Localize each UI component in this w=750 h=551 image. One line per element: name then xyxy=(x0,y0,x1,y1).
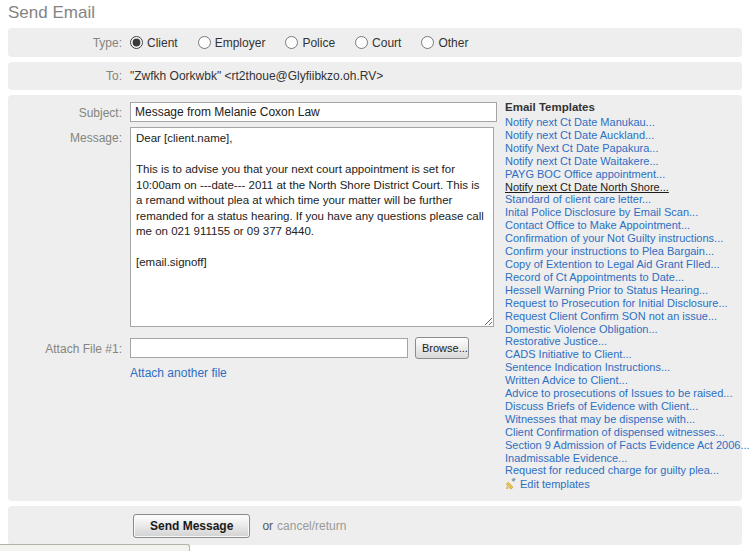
browse-button[interactable]: Browse... xyxy=(415,337,469,359)
email-template-link[interactable]: CADS Initiative to Client... xyxy=(505,348,742,361)
type-radio-input[interactable] xyxy=(285,36,298,49)
message-label: Message: xyxy=(8,131,122,145)
email-template-link[interactable]: Witnesses that may be dispense with... xyxy=(505,413,742,426)
send-message-button[interactable]: Send Message xyxy=(133,514,250,538)
to-label: To: xyxy=(8,69,122,83)
type-radio-label: Employer xyxy=(215,36,266,50)
email-template-link[interactable]: Discuss Briefs of Evidence with Client..… xyxy=(505,400,742,413)
main-panel: Subject: Message: Dear [client.name], Th… xyxy=(8,95,742,501)
email-template-link[interactable]: Contact Office to Make Appointment... xyxy=(505,219,742,232)
email-template-link[interactable]: Section 9 Admission of Facts Evidence Ac… xyxy=(505,439,742,452)
cancel-return-link[interactable]: cancel/return xyxy=(277,519,346,533)
email-template-link[interactable]: Notify next Ct Date North Shore... xyxy=(505,181,742,194)
email-templates-panel: Email Templates Notify next Ct Date Manu… xyxy=(505,101,742,490)
subject-label: Subject: xyxy=(8,106,122,120)
email-template-link[interactable]: Standard of client care letter... xyxy=(505,193,742,206)
email-template-link[interactable]: Domestic Violence Obligation... xyxy=(505,323,742,336)
email-template-link[interactable]: Notify next Ct Date Waitakere... xyxy=(505,155,742,168)
email-template-link[interactable]: Notify Next Ct Date Papakura... xyxy=(505,142,742,155)
message-textarea[interactable]: Dear [client.name], This is to advise yo… xyxy=(130,127,494,327)
type-radio-input[interactable] xyxy=(130,36,143,49)
to-value: "Zwfkh Oorkwbk" <rt2thoue@Glyfiibkzo.oh.… xyxy=(130,69,383,83)
status-tooltip-partial xyxy=(0,544,190,551)
email-templates-list: Notify next Ct Date Manukau... Notify ne… xyxy=(505,116,742,477)
footer-bar: Send Message or cancel/return xyxy=(8,506,742,545)
email-template-link[interactable]: Request to Prosecution for Initial Discl… xyxy=(505,297,742,310)
type-radio-label: Court xyxy=(372,36,401,50)
type-radio-option[interactable]: Police xyxy=(285,36,335,50)
email-template-link[interactable]: Copy of Extention to Legal Aid Grant FIl… xyxy=(505,258,742,271)
type-radio-option[interactable]: Employer xyxy=(198,36,266,50)
type-radio-label: Client xyxy=(147,36,178,50)
type-row: Type: Client Employer Police Court xyxy=(8,28,742,57)
email-template-link[interactable]: Record of Ct Appointments to Date... xyxy=(505,271,742,284)
type-label: Type: xyxy=(8,36,122,50)
type-radio-group: Client Employer Police Court Other xyxy=(130,36,468,50)
email-templates-heading: Email Templates xyxy=(505,101,742,113)
subject-input[interactable] xyxy=(130,102,497,122)
attach-file-input[interactable] xyxy=(130,338,408,358)
email-template-link[interactable]: Advice to prosecutions of Issues to be r… xyxy=(505,387,742,400)
edit-templates-link[interactable]: Edit templates xyxy=(520,478,590,490)
email-template-link[interactable]: Client Confirmation of dispensed witness… xyxy=(505,426,742,439)
email-template-link[interactable]: PAYG BOC Office appointment... xyxy=(505,168,742,181)
type-radio-label: Police xyxy=(302,36,335,50)
email-template-link[interactable]: Notify next Ct Date Auckland... xyxy=(505,129,742,142)
or-text: or xyxy=(262,519,273,533)
type-radio-input[interactable] xyxy=(355,36,368,49)
email-template-link[interactable]: Restorative Justice... xyxy=(505,335,742,348)
attach-another-file-link[interactable]: Attach another file xyxy=(130,366,227,380)
email-template-link[interactable]: Inadmissable Evidence... xyxy=(505,452,742,465)
type-radio-option[interactable]: Client xyxy=(130,36,178,50)
type-radio-input[interactable] xyxy=(198,36,211,49)
type-radio-option[interactable]: Court xyxy=(355,36,401,50)
email-template-link[interactable]: Hessell Warning Prior to Status Hearing.… xyxy=(505,284,742,297)
edit-templates-row: Edit templates xyxy=(505,478,742,490)
email-template-link[interactable]: Notify next Ct Date Manukau... xyxy=(505,116,742,129)
email-template-link[interactable]: Confirm your instructions to Plea Bargai… xyxy=(505,245,742,258)
attach-file-label: Attach File #1: xyxy=(8,342,122,356)
type-radio-input[interactable] xyxy=(421,36,434,49)
email-template-link[interactable]: Sentence Indication Instructions... xyxy=(505,361,742,374)
email-template-link[interactable]: Inital Police Disclosure by Email Scan..… xyxy=(505,206,742,219)
type-radio-label: Other xyxy=(438,36,468,50)
email-template-link[interactable]: Confirmation of your Not Guilty instruct… xyxy=(505,232,742,245)
page-title: Send Email xyxy=(8,3,95,23)
email-template-link[interactable]: Written Advice to Client... xyxy=(505,374,742,387)
pencil-icon xyxy=(505,478,517,490)
email-template-link[interactable]: Request for reduced charge for guilty pl… xyxy=(505,464,742,477)
email-template-link[interactable]: Request Client Confirm SON not an issue.… xyxy=(505,310,742,323)
to-row: To: "Zwfkh Oorkwbk" <rt2thoue@Glyfiibkzo… xyxy=(8,62,742,90)
type-radio-option[interactable]: Other xyxy=(421,36,468,50)
